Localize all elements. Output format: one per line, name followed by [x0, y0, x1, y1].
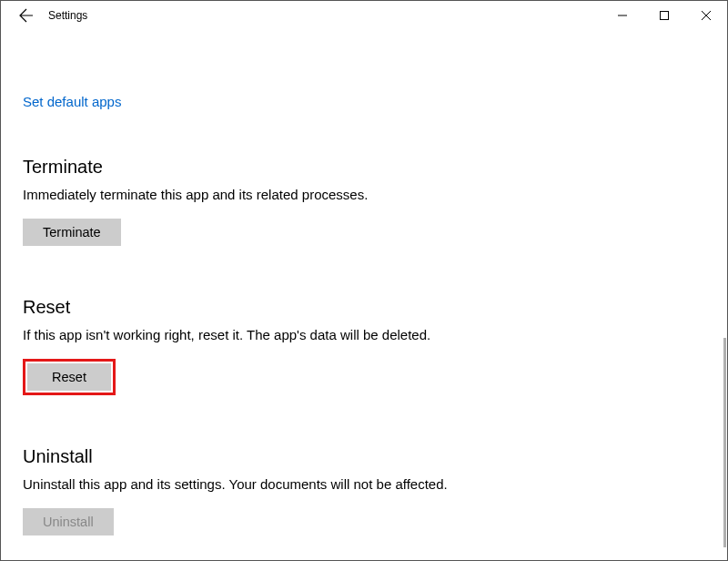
reset-button[interactable]: Reset — [27, 363, 111, 391]
reset-section: Reset If this app isn't working right, r… — [23, 297, 705, 395]
terminate-description: Immediately terminate this app and its r… — [23, 187, 705, 202]
uninstall-section: Uninstall Uninstall this app and its set… — [23, 446, 705, 536]
minimize-button[interactable] — [602, 1, 643, 30]
close-icon — [702, 11, 711, 20]
reset-heading: Reset — [23, 297, 705, 318]
maximize-icon — [660, 11, 669, 20]
terminate-heading: Terminate — [23, 157, 705, 178]
minimize-icon — [618, 11, 627, 20]
set-default-apps-link[interactable]: Set default apps — [23, 94, 121, 109]
uninstall-description: Uninstall this app and its settings. You… — [23, 476, 705, 492]
reset-highlight: Reset — [23, 359, 116, 395]
close-button[interactable] — [685, 1, 727, 30]
scrollbar[interactable] — [723, 338, 726, 547]
reset-description: If this app isn't working right, reset i… — [23, 327, 705, 342]
back-button[interactable] — [8, 1, 45, 30]
svg-rect-0 — [661, 12, 669, 20]
uninstall-button: Uninstall — [23, 508, 114, 536]
content-area: Set default apps Terminate Immediately t… — [1, 30, 727, 536]
arrow-left-icon — [19, 8, 34, 23]
window-controls — [602, 1, 727, 30]
uninstall-heading: Uninstall — [23, 446, 705, 467]
titlebar: Settings — [1, 1, 727, 30]
terminate-section: Terminate Immediately terminate this app… — [23, 157, 705, 246]
terminate-button[interactable]: Terminate — [23, 219, 121, 246]
window-title: Settings — [48, 9, 602, 22]
maximize-button[interactable] — [643, 1, 685, 30]
